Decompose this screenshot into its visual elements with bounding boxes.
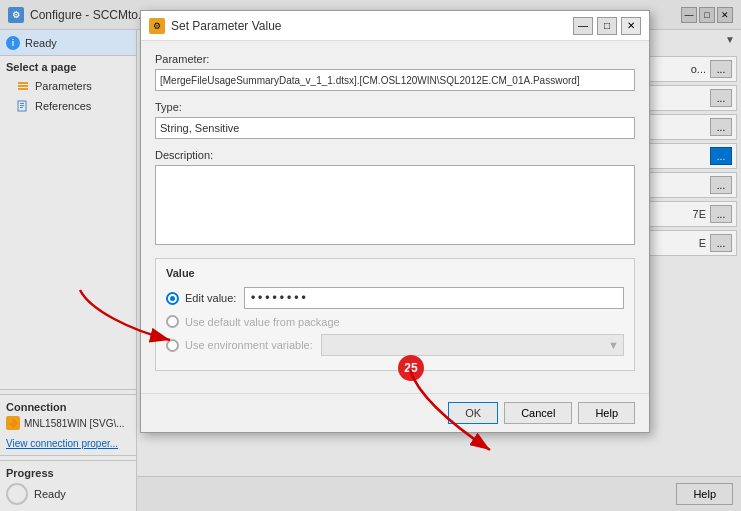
- edit-value-row: Edit value:: [166, 287, 624, 309]
- env-variable-radio[interactable]: [166, 339, 179, 352]
- edit-value-radio[interactable]: [166, 292, 179, 305]
- set-parameter-dialog: ⚙ Set Parameter Value — □ ✕ Parameter: T…: [140, 10, 650, 433]
- parameter-label: Parameter:: [155, 53, 635, 65]
- description-wrapper: [155, 165, 635, 248]
- value-section: Value Edit value: Use default value from…: [155, 258, 635, 371]
- env-variable-label: Use environment variable:: [185, 339, 313, 351]
- edit-value-input[interactable]: [244, 287, 624, 309]
- modal-body: Parameter: Type: Description: Value Edit…: [141, 41, 649, 393]
- modal-titlebar: ⚙ Set Parameter Value — □ ✕: [141, 11, 649, 41]
- value-label: Value: [166, 267, 624, 279]
- default-value-radio[interactable]: [166, 315, 179, 328]
- modal-close-btn[interactable]: ✕: [621, 17, 641, 35]
- modal-maximize-btn[interactable]: □: [597, 17, 617, 35]
- type-input[interactable]: [155, 117, 635, 139]
- modal-title: Set Parameter Value: [171, 19, 573, 33]
- cancel-button[interactable]: Cancel: [504, 402, 572, 424]
- dropdown-arrow-icon: ▼: [608, 339, 619, 351]
- modal-icon: ⚙: [149, 18, 165, 34]
- modal-footer: OK Cancel Help: [141, 393, 649, 432]
- badge-number: 25: [398, 355, 424, 381]
- description-label: Description:: [155, 149, 635, 161]
- env-variable-dropdown[interactable]: ▼: [321, 334, 624, 356]
- edit-value-label: Edit value:: [185, 292, 236, 304]
- modal-minimize-btn[interactable]: —: [573, 17, 593, 35]
- type-label: Type:: [155, 101, 635, 113]
- ok-button[interactable]: OK: [448, 402, 498, 424]
- help-button[interactable]: Help: [578, 402, 635, 424]
- modal-titlebar-buttons: — □ ✕: [573, 17, 641, 35]
- description-textarea[interactable]: [155, 165, 635, 245]
- env-variable-row: Use environment variable: ▼: [166, 334, 624, 356]
- parameter-input[interactable]: [155, 69, 635, 91]
- default-value-label: Use default value from package: [185, 316, 340, 328]
- default-value-row: Use default value from package: [166, 315, 624, 328]
